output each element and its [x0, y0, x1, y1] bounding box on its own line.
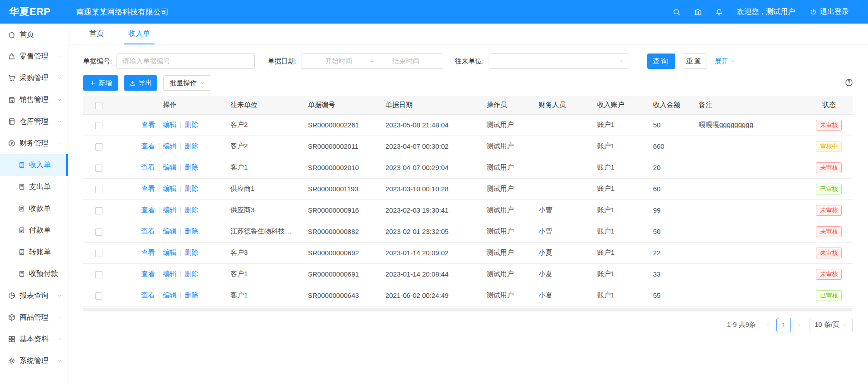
- sidebar-item-retail[interactable]: 零售管理: [0, 45, 68, 67]
- sidebar-item-basic-data[interactable]: 基本资料: [0, 328, 68, 350]
- edit-link[interactable]: 编辑: [163, 248, 177, 256]
- sidebar-item-sales[interactable]: 销售管理: [0, 89, 68, 111]
- chevron-down-icon: [200, 81, 205, 86]
- tab-home[interactable]: 首页: [85, 24, 108, 44]
- tab-income-bill[interactable]: 收入单: [124, 24, 155, 44]
- cell-bill-date: 2023-04-07 00:30:02: [380, 136, 481, 157]
- sidebar-item-report[interactable]: 报表查询: [0, 285, 68, 306]
- view-link[interactable]: 查看: [141, 142, 155, 150]
- export-button[interactable]: 导出: [124, 75, 157, 91]
- help-icon[interactable]: [844, 78, 853, 87]
- edit-link[interactable]: 编辑: [163, 142, 177, 150]
- row-checkbox[interactable]: [95, 186, 102, 193]
- link-separator: |: [158, 163, 160, 171]
- search-icon[interactable]: [672, 8, 681, 16]
- add-button[interactable]: 新增: [83, 75, 118, 91]
- column-header-status: 状态: [805, 96, 853, 114]
- delete-link[interactable]: 删除: [185, 185, 199, 192]
- reset-button[interactable]: 重置: [682, 53, 707, 69]
- cell-bill-no: SR00000000916: [302, 199, 380, 221]
- delete-link[interactable]: 删除: [185, 142, 199, 150]
- horizontal-scrollbar[interactable]: [83, 308, 853, 311]
- sidebar-item-system[interactable]: 系统管理: [0, 350, 68, 372]
- edit-link[interactable]: 编辑: [163, 185, 177, 192]
- row-checkbox[interactable]: [95, 292, 102, 300]
- cell-income-amount: 50: [648, 221, 693, 242]
- view-link[interactable]: 查看: [141, 270, 155, 277]
- edit-link[interactable]: 编辑: [163, 206, 177, 214]
- edit-link[interactable]: 编辑: [163, 291, 177, 299]
- table-body: 查看|编辑|删除客户2SR000000022612023-05-08 21:48…: [83, 114, 853, 306]
- view-link[interactable]: 查看: [141, 248, 155, 256]
- sidebar-item-income-bill[interactable]: 收入单: [0, 154, 68, 176]
- sidebar-item-expense-bill[interactable]: 支出单: [0, 176, 68, 198]
- platform-icon[interactable]: [693, 8, 702, 16]
- delete-link[interactable]: 删除: [185, 248, 199, 256]
- sidebar-item-purchase[interactable]: 采购管理: [0, 67, 68, 89]
- edit-link[interactable]: 编辑: [163, 121, 177, 128]
- expand-link[interactable]: 展开: [715, 57, 736, 66]
- view-link[interactable]: 查看: [141, 185, 155, 192]
- row-checkbox[interactable]: [95, 122, 102, 129]
- row-checkbox[interactable]: [95, 250, 102, 257]
- delete-link[interactable]: 删除: [185, 121, 199, 128]
- select-all-checkbox[interactable]: [95, 102, 102, 109]
- view-link[interactable]: 查看: [141, 206, 155, 214]
- view-link[interactable]: 查看: [141, 227, 155, 235]
- edit-link[interactable]: 编辑: [163, 270, 177, 277]
- row-checkbox[interactable]: [95, 228, 102, 236]
- row-checkbox[interactable]: [95, 143, 102, 151]
- delete-link[interactable]: 删除: [185, 291, 199, 299]
- sidebar-item-label: 商品管理: [19, 313, 48, 322]
- delete-link[interactable]: 删除: [185, 163, 199, 171]
- sidebar-item-warehouse[interactable]: 仓库管理: [0, 111, 68, 132]
- view-link[interactable]: 查看: [141, 163, 155, 171]
- page-number-button[interactable]: 1: [776, 318, 791, 332]
- batch-operations-button[interactable]: 批量操作: [163, 75, 211, 91]
- delete-link[interactable]: 删除: [185, 206, 199, 214]
- next-page-icon[interactable]: [796, 322, 802, 328]
- report-icon: [8, 292, 16, 300]
- sidebar-item-transfer-bill[interactable]: 转账单: [0, 241, 68, 263]
- chevron-down-icon: [57, 293, 62, 298]
- page-size-label: 10 条/页: [815, 321, 839, 329]
- cell-income-account: 账户1: [592, 136, 648, 157]
- bill-no-input[interactable]: 请输入单据编号: [116, 53, 255, 69]
- link-separator: |: [180, 270, 182, 277]
- cell-status: 已审核: [805, 178, 853, 199]
- cell-action: 查看|编辑|删除: [115, 114, 225, 136]
- link-separator: |: [158, 185, 160, 192]
- bill-no-placeholder: 请输入单据编号: [122, 57, 170, 66]
- sidebar-item-receipt-bill[interactable]: 收款单: [0, 198, 68, 219]
- sidebar-item-home[interactable]: 首页: [0, 24, 68, 45]
- unit-select[interactable]: [489, 53, 629, 69]
- chevron-down-icon: [730, 58, 736, 64]
- status-badge: 审核中: [816, 141, 842, 152]
- search-button[interactable]: 查询: [647, 53, 675, 69]
- view-link[interactable]: 查看: [141, 121, 155, 128]
- cell-operator: 测试用户: [481, 157, 533, 178]
- cell-operator: 测试用户: [481, 178, 533, 199]
- view-link[interactable]: 查看: [141, 291, 155, 299]
- delete-link[interactable]: 删除: [185, 227, 199, 235]
- page-size-select[interactable]: 10 条/页: [810, 318, 853, 332]
- sidebar-item-goods[interactable]: 商品管理: [0, 306, 68, 328]
- bill-date-range-input[interactable]: 开始时间 ~ 结束时间: [301, 53, 443, 69]
- sidebar-item-payment-bill[interactable]: 付款单: [0, 219, 68, 241]
- edit-link[interactable]: 编辑: [163, 163, 177, 171]
- logout-button[interactable]: 退出登录: [810, 7, 849, 17]
- row-checkbox[interactable]: [95, 165, 102, 172]
- sidebar-item-label: 首页: [19, 30, 34, 39]
- notification-bell-icon[interactable]: [715, 8, 723, 16]
- sidebar-item-prepaid-bill[interactable]: 收预付款: [0, 263, 68, 285]
- sidebar-item-finance[interactable]: 财务管理: [0, 132, 68, 154]
- row-checkbox[interactable]: [95, 271, 102, 278]
- row-checkbox[interactable]: [95, 207, 102, 214]
- prev-page-icon[interactable]: [765, 322, 771, 328]
- status-badge: 未审核: [816, 226, 842, 237]
- tab-bar: 首页收入单: [68, 24, 868, 44]
- finance-icon: [8, 139, 16, 147]
- delete-link[interactable]: 删除: [185, 270, 199, 277]
- edit-link[interactable]: 编辑: [163, 227, 177, 235]
- export-label: 导出: [139, 79, 152, 87]
